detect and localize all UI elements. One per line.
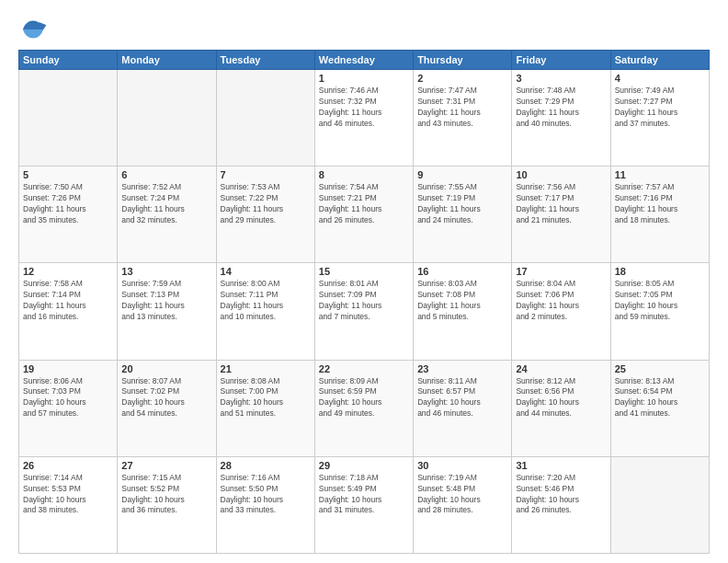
day-info: Sunrise: 8:09 AM Sunset: 6:59 PM Dayligh… [319, 376, 409, 420]
calendar-cell: 19Sunrise: 8:06 AM Sunset: 7:03 PM Dayli… [19, 360, 118, 456]
weekday-header-friday: Friday [512, 51, 610, 70]
calendar-cell [19, 70, 118, 167]
day-info: Sunrise: 7:52 AM Sunset: 7:24 PM Dayligh… [121, 182, 211, 226]
weekday-header-saturday: Saturday [610, 51, 709, 70]
day-number: 12 [23, 266, 113, 277]
logo-icon [18, 15, 48, 44]
day-info: Sunrise: 7:15 AM Sunset: 5:52 PM Dayligh… [121, 473, 211, 517]
calendar-cell: 12Sunrise: 7:58 AM Sunset: 7:14 PM Dayli… [19, 263, 118, 360]
day-number: 21 [221, 363, 311, 374]
day-number: 10 [516, 169, 606, 180]
day-number: 19 [23, 363, 113, 374]
calendar-cell: 1Sunrise: 7:46 AM Sunset: 7:32 PM Daylig… [314, 70, 413, 167]
day-number: 3 [516, 73, 606, 84]
header [18, 15, 710, 44]
calendar-cell: 11Sunrise: 7:57 AM Sunset: 7:16 PM Dayli… [610, 167, 709, 263]
calendar-body: 1Sunrise: 7:46 AM Sunset: 7:32 PM Daylig… [19, 70, 710, 554]
day-info: Sunrise: 8:07 AM Sunset: 7:02 PM Dayligh… [121, 376, 211, 420]
day-number: 20 [121, 363, 211, 374]
day-number: 26 [23, 460, 113, 471]
day-info: Sunrise: 8:06 AM Sunset: 7:03 PM Dayligh… [23, 376, 113, 420]
calendar-week-2: 5Sunrise: 7:50 AM Sunset: 7:26 PM Daylig… [19, 167, 710, 263]
day-info: Sunrise: 7:20 AM Sunset: 5:46 PM Dayligh… [516, 473, 606, 517]
calendar-week-4: 19Sunrise: 8:06 AM Sunset: 7:03 PM Dayli… [19, 360, 710, 456]
calendar-cell: 16Sunrise: 8:03 AM Sunset: 7:08 PM Dayli… [414, 263, 512, 360]
logo [18, 15, 51, 44]
calendar-cell: 21Sunrise: 8:08 AM Sunset: 7:00 PM Dayli… [216, 360, 314, 456]
calendar-cell: 30Sunrise: 7:19 AM Sunset: 5:48 PM Dayli… [414, 456, 512, 553]
calendar-cell: 27Sunrise: 7:15 AM Sunset: 5:52 PM Dayli… [118, 456, 216, 553]
calendar-week-5: 26Sunrise: 7:14 AM Sunset: 5:53 PM Dayli… [19, 456, 710, 553]
calendar-cell: 5Sunrise: 7:50 AM Sunset: 7:26 PM Daylig… [19, 167, 118, 263]
day-info: Sunrise: 8:08 AM Sunset: 7:00 PM Dayligh… [221, 376, 311, 420]
day-number: 24 [516, 363, 606, 374]
day-number: 29 [319, 460, 409, 471]
calendar-cell: 2Sunrise: 7:47 AM Sunset: 7:31 PM Daylig… [414, 70, 512, 167]
page: SundayMondayTuesdayWednesdayThursdayFrid… [0, 0, 728, 563]
day-number: 22 [319, 363, 409, 374]
calendar-cell: 17Sunrise: 8:04 AM Sunset: 7:06 PM Dayli… [512, 263, 610, 360]
calendar-cell: 14Sunrise: 8:00 AM Sunset: 7:11 PM Dayli… [216, 263, 314, 360]
day-number: 25 [615, 363, 705, 374]
calendar-cell: 22Sunrise: 8:09 AM Sunset: 6:59 PM Dayli… [314, 360, 413, 456]
day-info: Sunrise: 8:03 AM Sunset: 7:08 PM Dayligh… [417, 279, 507, 323]
day-info: Sunrise: 7:54 AM Sunset: 7:21 PM Dayligh… [319, 182, 409, 226]
day-info: Sunrise: 7:47 AM Sunset: 7:31 PM Dayligh… [417, 86, 507, 130]
calendar-cell: 8Sunrise: 7:54 AM Sunset: 7:21 PM Daylig… [314, 167, 413, 263]
day-info: Sunrise: 8:00 AM Sunset: 7:11 PM Dayligh… [221, 279, 311, 323]
calendar-cell: 9Sunrise: 7:55 AM Sunset: 7:19 PM Daylig… [414, 167, 512, 263]
weekday-header-tuesday: Tuesday [216, 51, 314, 70]
day-info: Sunrise: 7:50 AM Sunset: 7:26 PM Dayligh… [23, 182, 113, 226]
day-info: Sunrise: 7:55 AM Sunset: 7:19 PM Dayligh… [417, 182, 507, 226]
calendar-cell: 4Sunrise: 7:49 AM Sunset: 7:27 PM Daylig… [610, 70, 709, 167]
day-number: 7 [221, 169, 311, 180]
day-number: 14 [221, 266, 311, 277]
day-info: Sunrise: 8:05 AM Sunset: 7:05 PM Dayligh… [615, 279, 705, 323]
day-number: 1 [319, 73, 409, 84]
day-info: Sunrise: 8:12 AM Sunset: 6:56 PM Dayligh… [516, 376, 606, 420]
day-info: Sunrise: 7:53 AM Sunset: 7:22 PM Dayligh… [221, 182, 311, 226]
day-info: Sunrise: 8:01 AM Sunset: 7:09 PM Dayligh… [319, 279, 409, 323]
weekday-header-thursday: Thursday [414, 51, 512, 70]
calendar-cell: 13Sunrise: 7:59 AM Sunset: 7:13 PM Dayli… [118, 263, 216, 360]
day-number: 18 [615, 266, 705, 277]
calendar-cell: 26Sunrise: 7:14 AM Sunset: 5:53 PM Dayli… [19, 456, 118, 553]
day-number: 4 [615, 73, 705, 84]
day-info: Sunrise: 7:14 AM Sunset: 5:53 PM Dayligh… [23, 473, 113, 517]
calendar-cell: 7Sunrise: 7:53 AM Sunset: 7:22 PM Daylig… [216, 167, 314, 263]
day-number: 9 [417, 169, 507, 180]
day-info: Sunrise: 7:58 AM Sunset: 7:14 PM Dayligh… [23, 279, 113, 323]
day-info: Sunrise: 7:19 AM Sunset: 5:48 PM Dayligh… [417, 473, 507, 517]
calendar-cell: 3Sunrise: 7:48 AM Sunset: 7:29 PM Daylig… [512, 70, 610, 167]
day-number: 6 [121, 169, 211, 180]
weekday-header-sunday: Sunday [19, 51, 118, 70]
calendar-cell: 31Sunrise: 7:20 AM Sunset: 5:46 PM Dayli… [512, 456, 610, 553]
day-number: 17 [516, 266, 606, 277]
calendar-cell: 15Sunrise: 8:01 AM Sunset: 7:09 PM Dayli… [314, 263, 413, 360]
calendar-table: SundayMondayTuesdayWednesdayThursdayFrid… [18, 50, 710, 554]
calendar-cell: 20Sunrise: 8:07 AM Sunset: 7:02 PM Dayli… [118, 360, 216, 456]
calendar-week-3: 12Sunrise: 7:58 AM Sunset: 7:14 PM Dayli… [19, 263, 710, 360]
day-number: 13 [121, 266, 211, 277]
calendar-cell [216, 70, 314, 167]
day-info: Sunrise: 7:57 AM Sunset: 7:16 PM Dayligh… [615, 182, 705, 226]
calendar-cell [610, 456, 709, 553]
calendar-header-row: SundayMondayTuesdayWednesdayThursdayFrid… [19, 51, 710, 70]
day-info: Sunrise: 8:11 AM Sunset: 6:57 PM Dayligh… [417, 376, 507, 420]
day-number: 23 [417, 363, 507, 374]
day-info: Sunrise: 7:49 AM Sunset: 7:27 PM Dayligh… [615, 86, 705, 130]
day-info: Sunrise: 7:16 AM Sunset: 5:50 PM Dayligh… [221, 473, 311, 517]
calendar-cell: 23Sunrise: 8:11 AM Sunset: 6:57 PM Dayli… [414, 360, 512, 456]
day-number: 5 [23, 169, 113, 180]
day-number: 27 [121, 460, 211, 471]
day-number: 16 [417, 266, 507, 277]
day-number: 8 [319, 169, 409, 180]
calendar-cell: 18Sunrise: 8:05 AM Sunset: 7:05 PM Dayli… [610, 263, 709, 360]
day-info: Sunrise: 7:59 AM Sunset: 7:13 PM Dayligh… [121, 279, 211, 323]
day-number: 30 [417, 460, 507, 471]
calendar-cell: 25Sunrise: 8:13 AM Sunset: 6:54 PM Dayli… [610, 360, 709, 456]
calendar-week-1: 1Sunrise: 7:46 AM Sunset: 7:32 PM Daylig… [19, 70, 710, 167]
calendar-cell: 24Sunrise: 8:12 AM Sunset: 6:56 PM Dayli… [512, 360, 610, 456]
day-info: Sunrise: 7:56 AM Sunset: 7:17 PM Dayligh… [516, 182, 606, 226]
day-info: Sunrise: 8:13 AM Sunset: 6:54 PM Dayligh… [615, 376, 705, 420]
